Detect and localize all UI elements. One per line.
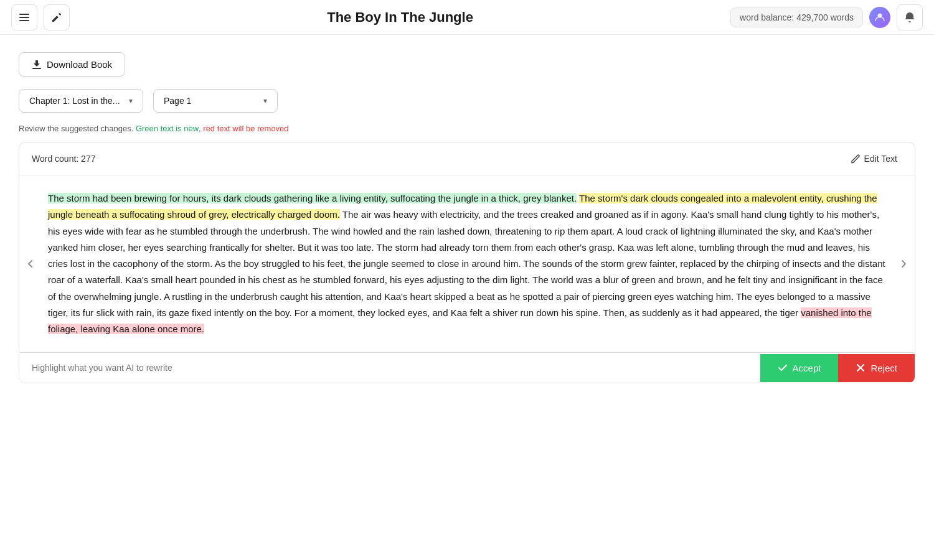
- scroll-right-button[interactable]: [892, 175, 915, 352]
- selects-row: Chapter 1: Lost in the... ▾ Page 1 ▾: [19, 89, 915, 113]
- chapter-chevron-icon: ▾: [129, 96, 133, 105]
- svg-rect-1: [19, 17, 29, 18]
- word-count-label: Word count: 277: [32, 154, 95, 164]
- download-icon: [32, 60, 42, 70]
- menu-button[interactable]: [11, 4, 37, 30]
- chevron-left-icon: [26, 259, 35, 268]
- edit-text-label: Edit Text: [864, 154, 897, 164]
- reject-label: Reject: [870, 363, 897, 373]
- accept-label: Accept: [793, 363, 821, 373]
- edit-text-button[interactable]: Edit Text: [846, 151, 902, 166]
- text-scroll-area: The storm had been brewing for hours, it…: [19, 175, 915, 352]
- accept-button[interactable]: Accept: [760, 354, 839, 382]
- word-balance-label: word balance: 429,700 words: [730, 7, 863, 27]
- info-line: Review the suggested changes. Green text…: [19, 124, 915, 133]
- chevron-right-icon: [899, 259, 908, 268]
- main-content: Download Book Chapter 1: Lost in the... …: [0, 35, 934, 396]
- normal-text: The air was heavy with electricity, and …: [48, 209, 885, 318]
- chapter-label: Chapter 1: Lost in the...: [29, 96, 120, 106]
- text-panel: Word count: 277 Edit Text The storm had …: [19, 142, 915, 383]
- panel-header: Word count: 277 Edit Text: [19, 142, 915, 175]
- green-label: Green text is new: [136, 124, 199, 133]
- scroll-left-button[interactable]: [19, 175, 42, 352]
- green-text: The storm had been brewing for hours, it…: [48, 193, 577, 203]
- page-select[interactable]: Page 1 ▾: [153, 89, 278, 113]
- pencil-icon: [51, 12, 62, 23]
- rewrite-input[interactable]: [19, 353, 760, 383]
- top-nav: The Boy In The Jungle word balance: 429,…: [0, 0, 934, 35]
- svg-rect-2: [19, 20, 29, 21]
- bell-icon: [903, 11, 916, 24]
- avatar: [869, 7, 890, 28]
- svg-rect-4: [32, 68, 41, 69]
- bottom-bar: Accept Reject: [19, 352, 915, 383]
- menu-icon: [18, 11, 31, 24]
- red-label: red text will be removed: [203, 124, 288, 133]
- download-label: Download Book: [47, 59, 112, 70]
- page-label: Page 1: [164, 96, 191, 106]
- download-book-button[interactable]: Download Book: [19, 52, 125, 77]
- text-body: The storm had been brewing for hours, it…: [42, 175, 892, 352]
- edit-text-icon: [851, 154, 861, 164]
- chapter-select[interactable]: Chapter 1: Lost in the... ▾: [19, 89, 143, 113]
- page-title: The Boy In The Jungle: [70, 9, 730, 26]
- svg-rect-0: [19, 14, 29, 15]
- nav-right: word balance: 429,700 words: [730, 4, 923, 30]
- avatar-icon: [874, 12, 885, 23]
- reject-button[interactable]: Reject: [838, 354, 915, 382]
- page-chevron-icon: ▾: [263, 96, 267, 105]
- edit-button[interactable]: [44, 4, 70, 30]
- nav-left: [11, 4, 70, 30]
- check-icon: [778, 363, 788, 373]
- x-icon: [856, 363, 866, 373]
- settings-button[interactable]: [897, 4, 923, 30]
